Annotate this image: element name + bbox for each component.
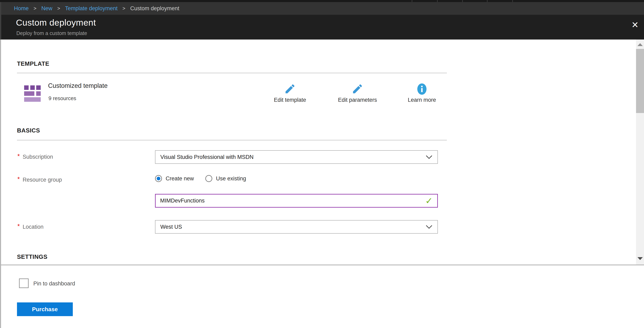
template-section-heading: TEMPLATE bbox=[17, 60, 49, 67]
breadcrumb: Home > New > Template deployment > Custo… bbox=[0, 2, 644, 15]
edit-parameters-button[interactable]: Edit parameters bbox=[333, 80, 382, 103]
purchase-button[interactable]: Purchase bbox=[17, 302, 73, 316]
tab-separator bbox=[462, 0, 463, 2]
tab-separator bbox=[412, 0, 412, 2]
pin-to-dashboard-label: Pin to dashboard bbox=[33, 280, 75, 287]
left-edge-strip bbox=[0, 2, 1, 40]
section-divider bbox=[17, 140, 447, 140]
breadcrumb-separator-icon: > bbox=[57, 6, 60, 11]
scroll-up-icon[interactable] bbox=[638, 43, 643, 46]
vertical-scrollbar[interactable] bbox=[636, 40, 644, 265]
pin-to-dashboard-checkbox[interactable] bbox=[19, 278, 29, 288]
create-new-radio[interactable] bbox=[155, 175, 162, 182]
pencil-icon bbox=[333, 80, 382, 95]
page-title: Custom deployment bbox=[16, 18, 96, 28]
breadcrumb-template-deployment[interactable]: Template deployment bbox=[65, 5, 118, 12]
breadcrumb-separator-icon: > bbox=[34, 6, 36, 11]
breadcrumb-current-page: Custom deployment bbox=[130, 5, 179, 12]
breadcrumb-home[interactable]: Home bbox=[14, 5, 29, 12]
tab-separator bbox=[487, 0, 488, 2]
resource-group-name-input[interactable]: MIMDevFunctions ✓ bbox=[155, 194, 438, 208]
tab-separator bbox=[512, 0, 513, 2]
scroll-down-icon[interactable] bbox=[638, 257, 643, 260]
page-subtitle: Deploy from a custom template bbox=[16, 30, 87, 36]
subscription-label: *Subscription bbox=[18, 154, 53, 161]
learn-more-button[interactable]: Learn more bbox=[397, 80, 446, 103]
template-resources-icon bbox=[22, 83, 41, 100]
location-dropdown[interactable]: West US bbox=[155, 220, 438, 234]
info-icon bbox=[397, 80, 446, 95]
pencil-icon bbox=[266, 80, 314, 95]
template-name: Customized template bbox=[48, 82, 108, 89]
blade-header: Custom deployment Deploy from a custom t… bbox=[0, 15, 644, 40]
use-existing-radio[interactable] bbox=[205, 175, 212, 182]
chevron-down-icon bbox=[426, 225, 432, 229]
resource-group-name-value: MIMDevFunctions bbox=[160, 198, 205, 204]
browser-tab-strip bbox=[0, 0, 644, 2]
required-asterisk: * bbox=[18, 152, 20, 159]
resource-group-radio-group: Create new Use existing bbox=[155, 175, 258, 182]
scrollbar-thumb[interactable] bbox=[636, 49, 644, 113]
create-new-label: Create new bbox=[166, 176, 194, 182]
basics-section-heading: BASICS bbox=[17, 127, 40, 134]
use-existing-label: Use existing bbox=[216, 176, 246, 182]
settings-section-heading: SETTINGS bbox=[17, 253, 48, 260]
required-asterisk: * bbox=[18, 176, 20, 182]
resource-group-label: *Resource group bbox=[18, 177, 62, 184]
section-divider bbox=[17, 73, 447, 73]
blade-footer: Pin to dashboard Purchase bbox=[0, 265, 644, 328]
subscription-dropdown[interactable]: Visual Studio Professional with MSDN bbox=[155, 150, 438, 164]
breadcrumb-new[interactable]: New bbox=[41, 5, 52, 12]
required-asterisk: * bbox=[18, 223, 20, 229]
template-resource-count: 9 resources bbox=[48, 95, 76, 102]
edit-template-label: Edit template bbox=[266, 97, 314, 103]
location-value: West US bbox=[160, 224, 182, 230]
chevron-down-icon bbox=[426, 155, 432, 159]
tab-separator bbox=[437, 0, 438, 2]
subscription-value: Visual Studio Professional with MSDN bbox=[160, 154, 254, 160]
learn-more-label: Learn more bbox=[397, 97, 446, 103]
valid-check-icon: ✓ bbox=[425, 196, 433, 205]
breadcrumb-separator-icon: > bbox=[122, 6, 125, 11]
location-label: *Location bbox=[18, 224, 44, 231]
edit-parameters-label: Edit parameters bbox=[333, 97, 382, 103]
edit-template-button[interactable]: Edit template bbox=[266, 80, 314, 103]
close-icon[interactable]: ✕ bbox=[629, 19, 641, 31]
